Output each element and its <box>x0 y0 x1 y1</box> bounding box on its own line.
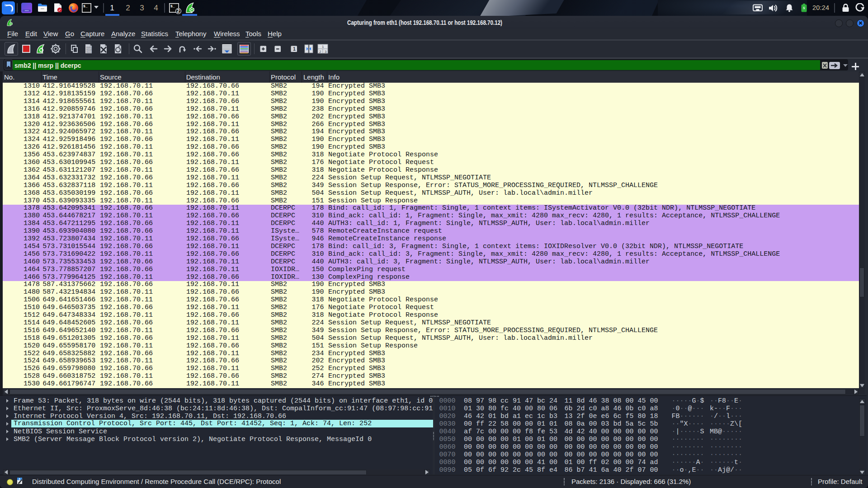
svg-text:$_: $_ <box>170 4 175 8</box>
svg-text:1: 1 <box>293 46 296 52</box>
svg-text:1: 1 <box>322 45 324 49</box>
svg-text:2: 2 <box>319 50 321 54</box>
svg-text:$_: $_ <box>83 4 88 8</box>
svg-text:0111: 0111 <box>86 51 92 54</box>
svg-text:3: 3 <box>325 50 327 54</box>
